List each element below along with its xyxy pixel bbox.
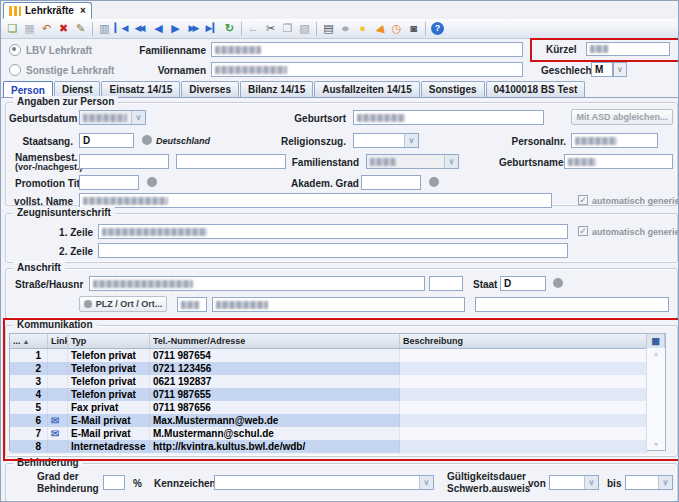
- table-scrollbar[interactable]: ▴ ▾: [646, 348, 665, 450]
- geburtsdatum-combo[interactable]: ∨: [79, 110, 146, 125]
- save-icon[interactable]: ▦: [21, 21, 38, 37]
- last-record-icon[interactable]: ▶▎: [204, 21, 221, 37]
- von-dropdown-arrow[interactable]: ∨: [584, 476, 598, 489]
- col-header-link[interactable]: Link: [48, 334, 68, 348]
- staatsang-field[interactable]: D: [79, 133, 134, 148]
- reminder-clock-icon[interactable]: ◷: [388, 21, 405, 37]
- previous-fast-icon[interactable]: ◀◀: [130, 21, 150, 37]
- bis-dropdown-arrow[interactable]: ∨: [658, 476, 672, 489]
- plz-ort-button[interactable]: PLZ / Ort / Ort...: [79, 296, 167, 312]
- geschlecht-field[interactable]: M: [591, 62, 613, 77]
- bis-combo[interactable]: ∨: [625, 475, 673, 490]
- staatsang-catalog-icon[interactable]: [142, 135, 152, 145]
- announcement-megaphone-icon[interactable]: ◀: [370, 19, 390, 38]
- vollst-name-field[interactable]: [79, 193, 552, 208]
- zeile1-autogen-checkbox[interactable]: ✓: [578, 226, 588, 236]
- religionszug-combo[interactable]: ∨: [353, 133, 419, 148]
- namensbest-nach-field[interactable]: [176, 154, 286, 169]
- tab-bs-test[interactable]: 04100018 BS Test: [486, 81, 586, 97]
- familienstand-dropdown-arrow[interactable]: ∨: [444, 155, 458, 168]
- goto-record-icon[interactable]: ▥: [96, 21, 113, 37]
- geschlecht-label: Geschlecht: [541, 65, 595, 76]
- asd-abgleichen-button[interactable]: Mit ASD abgleichen...: [571, 109, 673, 125]
- paste-icon[interactable]: ▧: [296, 21, 313, 37]
- back-arrow-icon[interactable]: ←: [245, 21, 262, 37]
- new-record-icon[interactable]: ❏: [4, 21, 21, 37]
- geschlecht-value: M: [595, 64, 603, 75]
- scroll-down-icon[interactable]: ▾: [647, 440, 665, 449]
- von-label: von: [528, 478, 546, 489]
- religionszug-dropdown-arrow[interactable]: ∨: [404, 134, 418, 147]
- col-header-nr[interactable]: ...▲: [10, 334, 48, 348]
- vornamen-field[interactable]: [211, 62, 523, 77]
- table-row[interactable]: 5 Fax privat 0711 987656: [10, 401, 647, 414]
- tab-diverses[interactable]: Diverses: [181, 81, 239, 97]
- copy-icon[interactable]: ❐: [279, 21, 296, 37]
- delete-icon[interactable]: ✖: [55, 21, 72, 37]
- tab-dienst[interactable]: Dienst: [54, 81, 101, 97]
- edit-icon[interactable]: ✎: [72, 21, 89, 37]
- table-row[interactable]: 1 Telefon privat 0711 987654: [10, 349, 647, 362]
- tab-ausfallzeiten[interactable]: Ausfallzeiten 14/15: [314, 81, 419, 97]
- kennzeichen-combo[interactable]: ∨: [214, 475, 434, 490]
- akadem-grad-catalog-icon[interactable]: [429, 177, 439, 187]
- table-row[interactable]: 8 Internetadresse http://kvintra.kultus.…: [10, 440, 647, 453]
- doc-tab-lehrkraefte[interactable]: Lehrkräfte ×: [3, 2, 92, 19]
- strasse-label: Straße/Hausnr: [15, 279, 83, 290]
- beschreibung-cell: [400, 427, 647, 440]
- close-tab-icon[interactable]: ×: [80, 5, 86, 16]
- staat-catalog-icon[interactable]: [553, 278, 563, 288]
- geburtsort-field[interactable]: [353, 110, 544, 125]
- table-row[interactable]: 4 Telefon privat 0711 987655: [10, 388, 647, 401]
- plz-field[interactable]: [177, 297, 207, 312]
- cut-icon[interactable]: ✂: [262, 21, 279, 37]
- familienstand-combo[interactable]: ∨: [366, 154, 459, 169]
- table-row[interactable]: 3 Telefon privat 0621 192837: [10, 375, 647, 388]
- geburtsname-field[interactable]: [564, 154, 673, 169]
- table-row[interactable]: 7 ✉ E-Mail privat M.Mustermann@schul.de: [10, 427, 647, 440]
- akadem-grad-field[interactable]: [361, 175, 421, 190]
- undo-icon[interactable]: ↶: [38, 21, 55, 37]
- photo-icon[interactable]: ◙: [405, 21, 422, 37]
- help-icon[interactable]: ?: [429, 21, 446, 37]
- table-settings-icon[interactable]: ▦: [647, 334, 665, 348]
- refresh-icon[interactable]: ↻: [221, 21, 238, 37]
- col-header-adresse[interactable]: Tel.-Nummer/Adresse: [150, 334, 400, 348]
- next-fast-icon[interactable]: ▶▶: [184, 21, 204, 37]
- staat-field[interactable]: D: [500, 276, 546, 291]
- table-row[interactable]: 2 Telefon privat 0721 123456: [10, 362, 647, 375]
- personalnr-label: Personalnr.: [506, 136, 566, 147]
- radio-sonstige-lehrkraft[interactable]: Sonstige Lehrkraft: [9, 64, 114, 76]
- next-record-icon[interactable]: ▶: [167, 21, 184, 37]
- tab-bilanz[interactable]: Bilanz 14/15: [240, 81, 313, 97]
- ortsteil-field[interactable]: [475, 297, 669, 312]
- strasse-field[interactable]: [89, 276, 425, 291]
- tab-sonstiges[interactable]: Sonstiges: [421, 81, 485, 97]
- kuerzel-field[interactable]: [586, 42, 670, 56]
- namensbest-vor-field[interactable]: [79, 154, 169, 169]
- first-record-icon[interactable]: ▎◀: [113, 21, 130, 37]
- grad-field[interactable]: [103, 475, 125, 490]
- ort-field[interactable]: [212, 297, 465, 312]
- geschlecht-dropdown-arrow[interactable]: ∨: [613, 62, 627, 77]
- vollst-name-autogen-checkbox[interactable]: ✓: [578, 195, 588, 205]
- col-header-typ[interactable]: Typ: [68, 334, 150, 348]
- radio-lbv-lehrkraft[interactable]: LBV Lehrkraft: [9, 44, 92, 56]
- familienname-field[interactable]: [211, 42, 523, 57]
- table-row[interactable]: 6 ✉ E-Mail privat Max.Mustermann@web.de: [10, 414, 647, 427]
- tab-einsatz[interactable]: Einsatz 14/15: [101, 81, 180, 97]
- kennzeichen-dropdown-arrow[interactable]: ∨: [419, 476, 433, 489]
- personalnr-field[interactable]: [571, 133, 658, 148]
- zeile2-field[interactable]: [98, 243, 568, 258]
- von-combo[interactable]: ∨: [549, 475, 599, 490]
- geburtsdatum-dropdown-arrow[interactable]: ∨: [131, 111, 145, 124]
- promotion-titel-field[interactable]: [79, 175, 139, 190]
- col-header-beschreibung[interactable]: Beschreibung: [400, 334, 647, 348]
- scroll-up-icon[interactable]: ▴: [647, 349, 665, 358]
- previous-record-icon[interactable]: ◀: [150, 21, 167, 37]
- zeile1-field[interactable]: [98, 224, 568, 239]
- row-number: 6: [10, 414, 48, 427]
- hausnr-zusatz-field[interactable]: [429, 276, 463, 291]
- promotion-catalog-icon[interactable]: [147, 177, 157, 187]
- typ-cell: E-Mail privat: [68, 414, 150, 427]
